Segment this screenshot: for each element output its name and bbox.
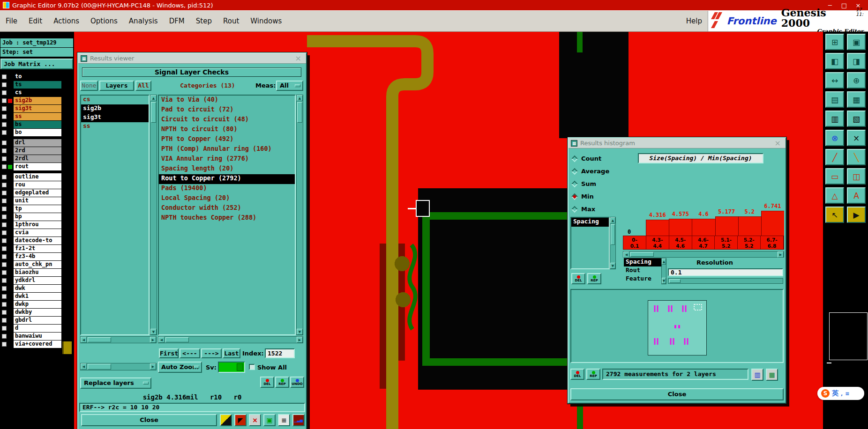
layer-row[interactable]: outline <box>0 173 74 181</box>
layer-name-label[interactable]: drl <box>14 139 61 147</box>
layer-visibility-checkbox[interactable] <box>2 214 7 219</box>
menu-item-windows[interactable]: Windows <box>245 11 287 31</box>
layer-visibility-checkbox[interactable] <box>2 74 7 79</box>
layer-visibility-checkbox[interactable] <box>2 175 7 179</box>
line-tool-icon[interactable]: ╱ <box>825 149 844 165</box>
last-button[interactable]: Last <box>223 348 240 358</box>
histogram-close-button[interactable]: Close <box>570 388 784 400</box>
rep-button[interactable]: REP <box>586 369 600 380</box>
next-button[interactable]: ---> <box>201 348 222 358</box>
layer-name-label[interactable]: tp <box>14 205 61 213</box>
viewer-close-button[interactable]: Close <box>81 414 217 426</box>
measure-item[interactable]: Spacing <box>571 218 609 227</box>
scroll-left-icon[interactable]: ◀ <box>623 251 629 258</box>
layer-row[interactable]: auto_chk_pn <box>0 261 74 268</box>
layer-name-label[interactable]: ydkdrl <box>14 277 61 284</box>
window-panes-icon[interactable]: ▣ <box>847 34 866 50</box>
category-item[interactable]: Local Spacing (20) <box>159 194 295 204</box>
viewer-layer-item[interactable]: cs <box>81 96 149 104</box>
radio-diamond[interactable] <box>571 206 578 212</box>
category-item[interactable]: Circuit to circuit (48) <box>159 115 295 125</box>
layer-visibility-checkbox[interactable] <box>2 98 7 103</box>
scroll-up-icon[interactable]: ▲ <box>297 95 303 101</box>
layer-name-label[interactable]: dwkp <box>14 301 61 308</box>
layer-row[interactable]: banwaiwu <box>0 333 74 340</box>
layer-visibility-checkbox[interactable] <box>2 199 7 203</box>
layer-visibility-checkbox[interactable] <box>2 286 7 291</box>
menu-item-dfm[interactable]: DFM <box>164 11 190 31</box>
layer-visibility-checkbox[interactable] <box>2 114 7 119</box>
layer-visibility-checkbox[interactable] <box>2 90 7 95</box>
menu-item-options[interactable]: Options <box>85 11 123 31</box>
scrollbar-track[interactable] <box>87 363 150 370</box>
category-list[interactable]: Via to Via (40)Pad to circuit (72)Circui… <box>158 95 296 335</box>
layer-row[interactable]: bp <box>0 213 74 221</box>
scroll-right-icon[interactable]: ▶ <box>150 337 156 343</box>
layer-name-label[interactable]: ts <box>14 81 61 89</box>
layer-row[interactable]: ss <box>0 113 74 120</box>
pad-tool-icon[interactable]: ◫ <box>847 168 866 185</box>
pan-right-icon[interactable]: ◨ <box>847 53 866 69</box>
category-list-scrollbar[interactable]: ▲ ▼ <box>296 95 303 335</box>
menu-item-step[interactable]: Step <box>190 11 217 31</box>
layer-row[interactable]: dwkby <box>0 309 74 316</box>
layer-row[interactable]: ts <box>0 81 74 89</box>
menu-item-actions[interactable]: Actions <box>48 11 85 31</box>
filter-all-button[interactable]: All <box>135 81 151 91</box>
layer-name-label[interactable]: edgeplated <box>14 189 61 197</box>
arc-tool-icon[interactable]: ╲ <box>847 149 866 165</box>
layer-visibility-checkbox[interactable] <box>2 106 7 111</box>
scroll-down-icon[interactable]: ▼ <box>297 329 303 335</box>
negative-view-icon[interactable]: ◤ <box>234 414 247 426</box>
viewer-layer-item[interactable]: sig3t <box>81 113 149 122</box>
layer-visibility-checkbox[interactable] <box>2 342 7 347</box>
prev-button[interactable]: <--- <box>180 348 200 358</box>
layer-visibility-checkbox[interactable] <box>2 294 7 299</box>
scroll-right-icon[interactable]: ▶ <box>778 251 784 258</box>
category-item[interactable]: NPTH touches Copper (288) <box>159 214 295 223</box>
scroll-right-icon[interactable]: ▶ <box>150 363 156 370</box>
layer-name-label[interactable]: datecode-to <box>14 237 61 244</box>
layer-row[interactable]: bs <box>0 121 74 128</box>
layer-name-label[interactable]: bp <box>14 213 61 221</box>
scrollbar-thumb[interactable] <box>630 252 654 257</box>
category-list-hscrollbar[interactable]: ◀ ▶ <box>158 336 303 343</box>
report-list-icon[interactable]: ≡ <box>278 414 290 426</box>
zoom-selection-icon[interactable]: ▣ <box>263 414 276 426</box>
category-item[interactable]: Conductor width (252) <box>159 204 295 214</box>
layer-name-label[interactable]: sig3t <box>14 105 61 112</box>
scrollbar-track[interactable] <box>150 101 157 329</box>
type-list-scrollbar[interactable]: ▲ ▼ <box>661 258 666 284</box>
type-item[interactable]: Feature <box>624 275 661 283</box>
layer-row[interactable]: cvia <box>0 229 74 237</box>
layer-row[interactable]: datecode-to <box>0 237 74 244</box>
layer-row[interactable]: biaozhu <box>0 269 74 276</box>
slider-thumb[interactable] <box>669 279 681 283</box>
layer-visibility-checkbox[interactable] <box>2 130 7 135</box>
category-item[interactable]: VIA Annular ring (2776) <box>159 155 295 164</box>
polygon-tool-icon[interactable]: △ <box>825 187 844 204</box>
scroll-up-icon[interactable]: ▲ <box>150 95 157 101</box>
layer-name-label[interactable]: sig2b <box>14 97 61 104</box>
del-button[interactable]: DEL <box>570 369 584 380</box>
ime-toolbar[interactable]: S 英 , ≡ <box>817 387 864 400</box>
layer-visibility-checkbox[interactable] <box>2 334 7 339</box>
text-tool-icon[interactable]: A <box>847 187 866 204</box>
layer-row[interactable]: fz1-2t <box>0 245 74 252</box>
layer-row[interactable]: gbdrl <box>0 317 74 324</box>
scroll-down-icon[interactable]: ▼ <box>610 263 615 269</box>
layer-name-label[interactable]: cvia <box>14 229 61 237</box>
category-item[interactable]: PTH (Comp) Annular ring (160) <box>159 145 295 155</box>
window-zoom-icon[interactable]: ⊞ <box>825 34 844 50</box>
layer-table-icon[interactable]: ▤ <box>825 91 844 108</box>
stat-option-max[interactable]: Max <box>570 203 623 215</box>
undo-button[interactable]: UNDO <box>290 377 304 388</box>
stat-option-min[interactable]: Min <box>570 190 623 203</box>
layer-row[interactable]: 2rd <box>0 147 74 155</box>
scroll-down-icon[interactable]: ▼ <box>662 278 666 284</box>
layer-visibility-checkbox[interactable] <box>2 278 7 283</box>
close-icon[interactable]: × <box>293 54 304 63</box>
layer-name-label[interactable]: gbdrl <box>14 317 61 324</box>
layer-row[interactable]: dwkp <box>0 301 74 308</box>
histogram-hscrollbar[interactable]: ◀ ▶ <box>623 251 784 258</box>
